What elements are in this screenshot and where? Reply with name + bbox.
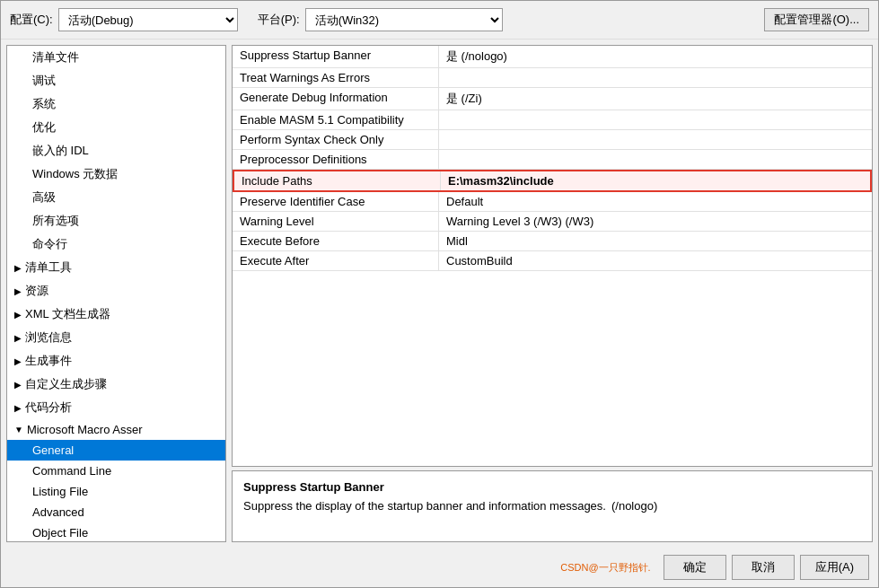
sidebar-item-ming-ling-hang[interactable]: 命令行: [7, 233, 225, 256]
prop-value: 是 (/nologo): [439, 46, 514, 67]
sidebar-group-browser-info[interactable]: 浏览信息: [7, 326, 225, 349]
sidebar-group-qing-dan-gong-ju[interactable]: 清单工具: [7, 256, 225, 279]
bottom-bar: CSDN@一只野指针. 确定 取消 应用(A): [1, 548, 878, 587]
sidebar-group-label-zi-yuan: 资源: [25, 283, 48, 299]
prop-value: Warning Level 3 (/W3) (/W3): [439, 212, 601, 231]
table-row[interactable]: Generate Debug Information是 (/Zi): [233, 88, 872, 110]
table-row[interactable]: Treat Warnings As Errors: [233, 68, 872, 88]
prop-value: [439, 110, 453, 129]
sidebar-group-label-custom-build: 自定义生成步骤: [25, 376, 107, 392]
config-manager-button[interactable]: 配置管理器(O)...: [764, 8, 869, 31]
sidebar-group-build-event[interactable]: 生成事件: [7, 349, 225, 373]
cancel-button[interactable]: 取消: [732, 555, 795, 580]
table-row[interactable]: Enable MASM 5.1 Compatibility: [233, 110, 872, 130]
table-row[interactable]: Suppress Startup Banner是 (/nologo): [233, 46, 872, 68]
prop-name: Execute Before: [233, 232, 439, 250]
sidebar-item-all-options[interactable]: 所有选项: [7, 209, 225, 233]
sidebar-group-custom-build[interactable]: 自定义生成步骤: [7, 373, 225, 396]
table-row[interactable]: Execute BeforeMidl: [233, 232, 872, 251]
prop-name: Treat Warnings As Errors: [233, 68, 439, 87]
table-row[interactable]: Execute AfterCustomBuild: [233, 251, 872, 271]
sidebar-item-xi-tong[interactable]: 系统: [7, 92, 225, 116]
prop-value: [439, 130, 453, 149]
description-code: (/nologo): [611, 499, 657, 513]
prop-value: [439, 68, 453, 87]
prop-value: [439, 150, 453, 169]
sidebar-item-advanced[interactable]: Advanced: [7, 502, 225, 522]
toolbar: 配置(C): 活动(Debug) 平台(P): 活动(Win32) 配置管理器(…: [1, 1, 878, 39]
prop-name: Warning Level: [233, 212, 439, 231]
sidebar-item-windows-meta[interactable]: Windows 元数据: [7, 162, 225, 186]
description-area: Suppress Startup Banner Suppress the dis…: [232, 470, 873, 542]
sidebar-group-ms-macro-asser[interactable]: Microsoft Macro Asser: [7, 419, 225, 440]
sidebar-item-qing-dan-wen-jian[interactable]: 清单文件: [7, 46, 225, 69]
watermark: CSDN@一只野指针.: [560, 559, 657, 576]
prop-name: Preserve Identifier Case: [233, 192, 439, 211]
table-row[interactable]: Preprocessor Definitions: [233, 150, 872, 170]
right-panel: Suppress Startup Banner是 (/nologo)Treat …: [232, 45, 873, 542]
sidebar-item-gao-ji[interactable]: 高级: [7, 186, 225, 209]
prop-name: Suppress Startup Banner: [233, 46, 439, 67]
prop-name: Generate Debug Information: [233, 88, 439, 110]
table-row[interactable]: Perform Syntax Check Only: [233, 130, 872, 150]
sidebar-item-command-line[interactable]: Command Line: [7, 461, 225, 481]
prop-value: Midl: [439, 232, 475, 250]
prop-name: Include Paths: [234, 171, 441, 190]
properties-table: Suppress Startup Banner是 (/nologo)Treat …: [232, 45, 873, 467]
sidebar: 清单文件调试系统优化嵌入的 IDLWindows 元数据高级所有选项命令行清单工…: [6, 45, 226, 542]
sidebar-group-label-build-event: 生成事件: [25, 353, 72, 369]
sidebar-item-listing-file[interactable]: Listing File: [7, 481, 225, 502]
ok-button[interactable]: 确定: [664, 555, 726, 580]
table-row[interactable]: Include PathsE:\masm32\include: [233, 170, 872, 192]
main-content: 清单文件调试系统优化嵌入的 IDLWindows 元数据高级所有选项命令行清单工…: [1, 39, 878, 548]
config-select[interactable]: 活动(Debug): [58, 8, 238, 31]
prop-value: E:\masm32\include: [441, 171, 561, 190]
sidebar-group-code-analysis[interactable]: 代码分析: [7, 396, 225, 419]
prop-name: Execute After: [233, 251, 439, 270]
sidebar-item-you-hua[interactable]: 优化: [7, 116, 225, 139]
sidebar-group-zi-yuan[interactable]: 资源: [7, 279, 225, 303]
prop-value: CustomBuild: [439, 251, 520, 270]
sidebar-item-object-file[interactable]: Object File: [7, 522, 225, 542]
table-row[interactable]: Warning LevelWarning Level 3 (/W3) (/W3): [233, 212, 872, 232]
description-text: Suppress the display of the startup bann…: [243, 499, 606, 513]
sidebar-group-label-qing-dan-gong-ju: 清单工具: [25, 259, 72, 276]
sidebar-group-label-ms-macro-asser: Microsoft Macro Asser: [27, 423, 143, 436]
sidebar-item-qian-ru-idl[interactable]: 嵌入的 IDL: [7, 139, 225, 162]
dialog: 配置(C): 活动(Debug) 平台(P): 活动(Win32) 配置管理器(…: [0, 0, 879, 588]
sidebar-group-label-code-analysis: 代码分析: [25, 399, 72, 416]
description-title: Suppress Startup Banner: [243, 480, 861, 494]
platform-label: 平台(P):: [258, 12, 300, 28]
table-row[interactable]: Preserve Identifier CaseDefault: [233, 192, 872, 212]
platform-select[interactable]: 活动(Win32): [305, 8, 503, 31]
apply-button[interactable]: 应用(A): [800, 555, 869, 580]
prop-name: Preprocessor Definitions: [233, 150, 439, 169]
config-label: 配置(C):: [10, 12, 53, 28]
sidebar-group-label-browser-info: 浏览信息: [25, 329, 72, 346]
sidebar-item-general[interactable]: General: [7, 440, 225, 461]
prop-name: Enable MASM 5.1 Compatibility: [233, 110, 439, 129]
sidebar-group-xml-doc[interactable]: XML 文档生成器: [7, 303, 225, 326]
prop-value: Default: [439, 192, 490, 211]
prop-value: 是 (/Zi): [439, 88, 489, 110]
sidebar-item-tiao-shi[interactable]: 调试: [7, 69, 225, 92]
sidebar-group-label-xml-doc: XML 文档生成器: [25, 306, 110, 322]
prop-name: Perform Syntax Check Only: [233, 130, 439, 149]
